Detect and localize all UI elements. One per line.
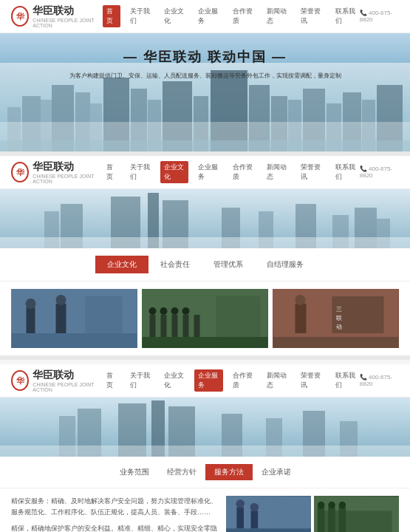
logo-text-wrapper-1: 华臣联动 CHINESE PEOPLE JOINT ACTION: [33, 4, 102, 28]
nav2-culture[interactable]: 企业文化: [160, 161, 188, 183]
nav2-home[interactable]: 首页: [103, 161, 120, 183]
logo-icon-3: 华: [11, 370, 29, 391]
culture-photos: 三 联 动: [0, 282, 410, 355]
tab-service-scope[interactable]: 业务范围: [111, 464, 158, 480]
tab-culture-culture[interactable]: 企业文化: [95, 256, 148, 273]
nav3-coop[interactable]: 合作资质: [229, 369, 257, 392]
service-banner: 企业服务 SERVICE: [0, 398, 410, 457]
tab-culture-manage[interactable]: 管理优系: [202, 256, 255, 273]
service-photos-grid: [226, 496, 399, 532]
culture-photo-1: [11, 289, 137, 348]
svg-rect-46: [161, 315, 167, 337]
nav-item-about-1[interactable]: 关于我们: [126, 5, 154, 27]
nav3-honor[interactable]: 荣誉资讯: [297, 369, 325, 392]
svg-point-47: [160, 307, 168, 315]
nav3-service[interactable]: 企业服务: [194, 369, 222, 392]
svg-point-45: [149, 307, 157, 315]
nav2-contact[interactable]: 联系我们: [332, 161, 360, 183]
svg-rect-44: [150, 315, 156, 337]
svg-rect-82: [318, 508, 325, 532]
logo-icon-1: 华: [11, 6, 29, 27]
svg-point-83: [318, 502, 325, 509]
services-section: 华 华臣联动 CHINESE PEOPLE JOINT ACTION 首页 关于…: [0, 364, 410, 532]
nav-3: 首页 关于我们 企业文化 企业服务 合作资质 新闻动态 荣誉资讯 联系我们: [103, 369, 360, 392]
logo-text-wrapper-3: 华臣联动 CHINESE PEOPLE JOINT ACTION: [33, 369, 102, 392]
svg-point-57: [295, 295, 306, 305]
svg-rect-56: [295, 304, 307, 333]
tab-service-policy[interactable]: 经营方针: [158, 464, 205, 480]
nav3-home[interactable]: 首页: [103, 369, 120, 392]
nav-item-contact-1[interactable]: 联系我们: [332, 5, 360, 27]
svg-rect-35: [0, 237, 410, 248]
nav2-service[interactable]: 企业服务: [194, 161, 222, 183]
culture-photo-svg-1: [11, 289, 137, 348]
svg-rect-48: [172, 315, 178, 337]
nav-item-coop-1[interactable]: 合作资质: [229, 5, 257, 27]
nav3-news[interactable]: 新闻动态: [263, 369, 291, 392]
tab-culture-social[interactable]: 社会责任: [148, 256, 202, 273]
svg-point-51: [182, 307, 190, 315]
gap-2: [0, 355, 410, 360]
svg-rect-50: [183, 315, 189, 337]
tab-culture-self[interactable]: 自结理服务: [255, 256, 315, 273]
logo-sub-2: CHINESE PEOPLE JOINT ACTION: [33, 174, 102, 184]
culture-photo-svg-2: [142, 289, 268, 348]
nav-item-home-1[interactable]: 首页: [103, 5, 120, 27]
culture-banner: 企业文化 CULTURE: [0, 189, 410, 248]
logo-sub-1: CHINESE PEOPLE JOINT ACTION: [33, 18, 102, 28]
hero-banner: — 华臣联动 联动中国 — 为客户构建提供门卫、安保、运输、人员配送服务、装卸搬…: [0, 33, 410, 151]
nav-item-service-1[interactable]: 企业服务: [194, 5, 222, 27]
svg-point-38: [26, 299, 36, 309]
logo-2: 华 华臣联动 CHINESE PEOPLE JOINT ACTION: [11, 160, 103, 184]
tab-service-method[interactable]: 服务方法: [205, 464, 253, 480]
header-2: 华 华臣联动 CHINESE PEOPLE JOINT ACTION 首页 关于…: [0, 156, 410, 189]
service-text-p1: 精保安服务：精确、及时地解决客户安全问题，努力实现管理标准化、服务规范化、工作程…: [11, 496, 219, 519]
phone-3: 📞 400-675-8820: [360, 374, 399, 387]
nav3-about[interactable]: 关于我们: [126, 369, 154, 392]
nav-item-news-1[interactable]: 新闻动态: [263, 5, 291, 27]
svg-rect-75: [236, 508, 244, 529]
phone-2: 📞 400-675-8820: [360, 166, 399, 179]
nav3-contact[interactable]: 联系我们: [332, 369, 360, 392]
nav2-about[interactable]: 关于我们: [126, 161, 154, 183]
tab-service-promise[interactable]: 企业承诺: [253, 464, 300, 480]
culture-tabs: 企业文化 社会责任 管理优系 自结理服务: [0, 248, 410, 282]
svg-point-40: [56, 295, 66, 305]
nav-item-culture-1[interactable]: 企业文化: [160, 5, 188, 27]
logo-icon-2: 华: [11, 162, 29, 183]
nav2-coop[interactable]: 合作资质: [229, 161, 257, 183]
svg-rect-62: [273, 337, 399, 348]
service-content-area: 精保安服务：精确、及时地解决客户安全问题，努力实现管理标准化、服务规范化、工作程…: [0, 488, 410, 532]
logo-name-2: 华臣联动: [33, 160, 102, 174]
service-skyline: [0, 398, 410, 457]
nav2-honor[interactable]: 荣誉资讯: [297, 161, 325, 183]
svg-point-49: [171, 307, 179, 315]
culture-skyline: [0, 189, 410, 248]
header-3: 华 华臣联动 CHINESE PEOPLE JOINT ACTION 首页 关于…: [0, 364, 410, 398]
logo-name-3: 华臣联动: [33, 369, 102, 382]
header-1: 华 华臣联动 CHINESE PEOPLE JOINT ACTION 首页 关于…: [0, 0, 410, 33]
culture-photo-2: [142, 289, 268, 348]
hero-section: 华 华臣联动 CHINESE PEOPLE JOINT ACTION 首页 关于…: [0, 0, 410, 151]
culture-section: 华 华臣联动 CHINESE PEOPLE JOINT ACTION 首页 关于…: [0, 156, 410, 355]
service-text-p2: 精保，精确地保护客户的安全利益。精准、精细、精心，实现安全零隐患。: [11, 523, 219, 532]
svg-point-85: [328, 502, 335, 509]
service-tabs: 业务范围 经营方针 服务方法 企业承诺: [0, 457, 410, 488]
svg-text:联: 联: [336, 315, 342, 321]
hero-title: — 华臣联动 联动中国 —: [0, 48, 410, 66]
svg-rect-73: [0, 446, 410, 457]
logo-3: 华 华臣联动 CHINESE PEOPLE JOINT ACTION: [11, 369, 103, 392]
hero-text-block: — 华臣联动 联动中国 — 为客户构建提供门卫、安保、运输、人员配送服务、装卸搬…: [0, 48, 410, 81]
svg-rect-22: [0, 122, 410, 151]
svg-text:三: 三: [336, 306, 342, 313]
service-photo-1: [226, 496, 311, 532]
nav3-culture[interactable]: 企业文化: [160, 369, 188, 392]
nav-item-honor-1[interactable]: 荣誉资讯: [297, 5, 325, 27]
svg-rect-37: [27, 307, 35, 333]
service-text-block: 精保安服务：精确、及时地解决客户安全问题，努力实现管理标准化、服务规范化、工作程…: [11, 496, 219, 532]
culture-photo-svg-3: 三 联 动: [273, 289, 399, 348]
logo-sub-3: CHINESE PEOPLE JOINT ACTION: [33, 382, 102, 392]
svg-rect-52: [194, 315, 200, 337]
nav2-news[interactable]: 新闻动态: [263, 161, 291, 183]
nav-2: 首页 关于我们 企业文化 企业服务 合作资质 新闻动态 荣誉资讯 联系我们: [103, 161, 360, 183]
